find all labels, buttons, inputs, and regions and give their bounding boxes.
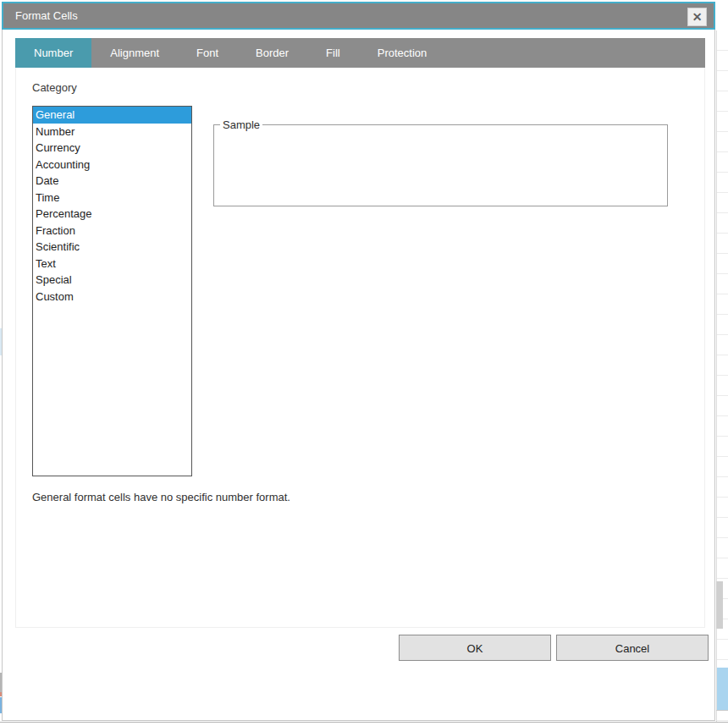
tab-bar: NumberAlignmentFontBorderFillProtection <box>15 38 705 68</box>
background-scrollbar-fragment <box>716 581 723 629</box>
sample-groupbox: Sample <box>213 118 668 206</box>
ok-button[interactable]: OK <box>399 635 551 661</box>
tab-alignment[interactable]: Alignment <box>91 38 178 68</box>
tab-fill[interactable]: Fill <box>307 38 359 68</box>
category-item-fraction[interactable]: Fraction <box>33 223 191 239</box>
tab-font[interactable]: Font <box>178 38 237 68</box>
close-icon[interactable]: ✕ <box>687 8 707 26</box>
format-cells-dialog: Format Cells ✕ NumberAlignmentFontBorder… <box>2 2 715 721</box>
tab-border[interactable]: Border <box>237 38 307 68</box>
category-item-date[interactable]: Date <box>33 173 191 190</box>
category-item-currency[interactable]: Currency <box>33 140 191 157</box>
cancel-button[interactable]: Cancel <box>556 635 709 661</box>
category-item-accounting[interactable]: Accounting <box>33 157 191 173</box>
background-gridline <box>716 710 728 711</box>
sample-legend: Sample <box>220 118 262 131</box>
category-item-text[interactable]: Text <box>33 256 191 272</box>
category-item-custom[interactable]: Custom <box>33 289 191 305</box>
category-item-time[interactable]: Time <box>33 190 191 206</box>
background-bottom-strip <box>0 722 728 726</box>
category-item-scientific[interactable]: Scientific <box>33 239 191 256</box>
screen: Format Cells ✕ NumberAlignmentFontBorder… <box>0 0 728 726</box>
background-selection-fragment <box>717 668 728 710</box>
category-item-number[interactable]: Number <box>33 124 191 140</box>
dialog-titlebar: Format Cells ✕ <box>2 2 715 30</box>
tab-number[interactable]: Number <box>15 38 91 68</box>
format-description: General format cells have no specific nu… <box>32 491 290 503</box>
tab-protection[interactable]: Protection <box>359 38 446 68</box>
category-item-general[interactable]: General <box>33 107 191 124</box>
category-item-percentage[interactable]: Percentage <box>33 206 191 223</box>
category-item-special[interactable]: Special <box>33 272 191 289</box>
category-listbox[interactable]: GeneralNumberCurrencyAccountingDateTimeP… <box>32 106 192 476</box>
dialog-title: Format Cells <box>15 3 78 28</box>
category-label: Category <box>32 81 77 94</box>
